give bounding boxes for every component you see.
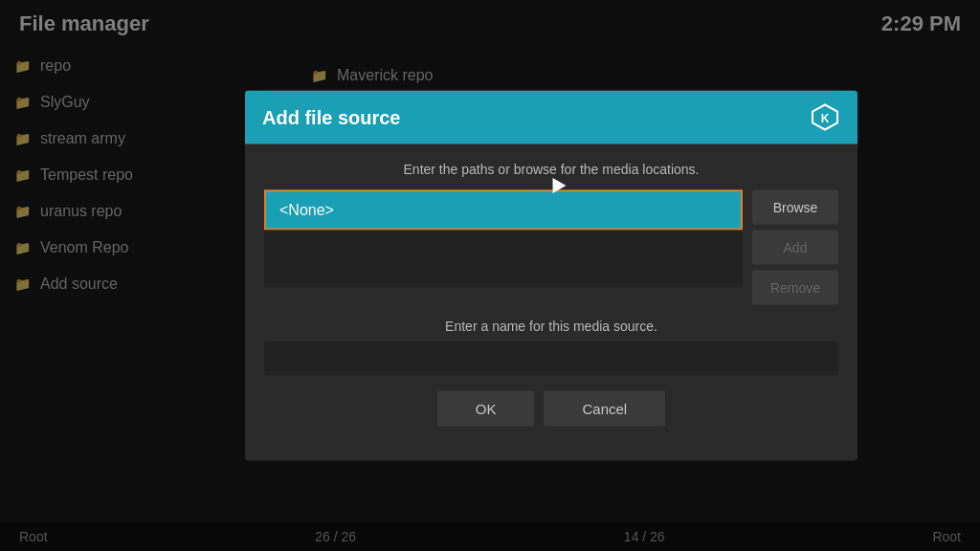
sources-list: <None> bbox=[264, 190, 743, 288]
instruction-top: Enter the paths or browse for the media … bbox=[264, 162, 838, 177]
sources-row: <None> Browse Add Remove bbox=[264, 190, 838, 305]
dialog-footer: OK Cancel bbox=[264, 391, 838, 444]
cancel-button[interactable]: Cancel bbox=[544, 391, 665, 427]
side-buttons: Browse Add Remove bbox=[752, 190, 838, 305]
dialog-header: Add file source K bbox=[245, 91, 858, 144]
add-button[interactable]: Add bbox=[752, 231, 838, 265]
svg-text:K: K bbox=[821, 112, 830, 125]
name-input[interactable] bbox=[264, 342, 838, 376]
source-empty-area bbox=[264, 231, 743, 288]
dialog-body: Enter the paths or browse for the media … bbox=[245, 144, 858, 461]
name-instruction: Enter a name for this media source. bbox=[264, 319, 838, 334]
dialog-title: Add file source bbox=[262, 106, 400, 128]
source-input[interactable]: <None> bbox=[264, 190, 743, 231]
ok-button[interactable]: OK bbox=[437, 391, 535, 427]
source-none-label: <None> bbox=[279, 202, 334, 219]
add-file-source-dialog: Add file source K Enter the paths or bro… bbox=[245, 91, 858, 461]
kodi-logo: K bbox=[810, 102, 840, 133]
remove-button[interactable]: Remove bbox=[752, 271, 838, 305]
browse-button[interactable]: Browse bbox=[752, 190, 838, 225]
